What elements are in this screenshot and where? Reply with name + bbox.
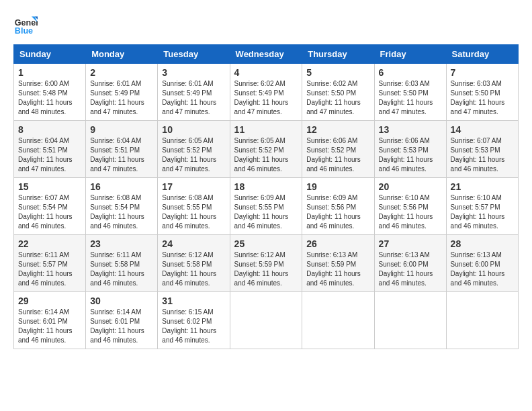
day-number: 12 bbox=[306, 124, 369, 135]
day-info: Sunrise: 6:10 AM Sunset: 5:56 PM Dayligh… bbox=[379, 193, 442, 231]
day-number: 15 bbox=[18, 181, 81, 192]
day-of-week-header: Tuesday bbox=[158, 45, 230, 64]
day-info: Sunrise: 6:09 AM Sunset: 5:56 PM Dayligh… bbox=[306, 193, 369, 231]
calendar-day-cell: 25Sunrise: 6:12 AM Sunset: 5:59 PM Dayli… bbox=[230, 235, 302, 292]
day-number: 14 bbox=[451, 124, 514, 135]
logo-icon: General Blue bbox=[13, 13, 38, 38]
day-of-week-header: Friday bbox=[374, 45, 446, 64]
svg-text:Blue: Blue bbox=[15, 26, 33, 36]
day-info: Sunrise: 6:02 AM Sunset: 5:50 PM Dayligh… bbox=[306, 79, 369, 117]
day-info: Sunrise: 6:05 AM Sunset: 5:52 PM Dayligh… bbox=[162, 136, 225, 174]
day-info: Sunrise: 6:10 AM Sunset: 5:57 PM Dayligh… bbox=[451, 193, 514, 231]
page-header: General Blue bbox=[13, 13, 519, 38]
calendar-day-cell: 27Sunrise: 6:13 AM Sunset: 6:00 PM Dayli… bbox=[374, 235, 446, 292]
calendar-day-cell: 22Sunrise: 6:11 AM Sunset: 5:57 PM Dayli… bbox=[14, 235, 86, 292]
day-info: Sunrise: 6:04 AM Sunset: 5:51 PM Dayligh… bbox=[18, 136, 81, 174]
day-info: Sunrise: 6:14 AM Sunset: 6:01 PM Dayligh… bbox=[90, 308, 153, 345]
day-info: Sunrise: 6:01 AM Sunset: 5:49 PM Dayligh… bbox=[90, 79, 153, 117]
calendar-day-cell: 9Sunrise: 6:04 AM Sunset: 5:51 PM Daylig… bbox=[86, 121, 158, 178]
day-info: Sunrise: 6:09 AM Sunset: 5:55 PM Dayligh… bbox=[234, 193, 298, 231]
calendar-day-cell: 5Sunrise: 6:02 AM Sunset: 5:50 PM Daylig… bbox=[302, 64, 374, 121]
day-number: 16 bbox=[90, 181, 153, 192]
calendar-day-cell: 2Sunrise: 6:01 AM Sunset: 5:49 PM Daylig… bbox=[86, 64, 158, 121]
calendar-day-cell: 26Sunrise: 6:13 AM Sunset: 5:59 PM Dayli… bbox=[302, 235, 374, 292]
calendar-day-cell: 21Sunrise: 6:10 AM Sunset: 5:57 PM Dayli… bbox=[446, 178, 518, 235]
calendar-day-cell: 14Sunrise: 6:07 AM Sunset: 5:53 PM Dayli… bbox=[446, 121, 518, 178]
calendar-day-cell: 12Sunrise: 6:06 AM Sunset: 5:52 PM Dayli… bbox=[302, 121, 374, 178]
calendar-day-cell: 23Sunrise: 6:11 AM Sunset: 5:58 PM Dayli… bbox=[86, 235, 158, 292]
day-number: 17 bbox=[162, 181, 225, 192]
day-info: Sunrise: 6:03 AM Sunset: 5:50 PM Dayligh… bbox=[451, 79, 514, 117]
day-info: Sunrise: 6:08 AM Sunset: 5:54 PM Dayligh… bbox=[90, 193, 153, 231]
calendar-day-cell: 24Sunrise: 6:12 AM Sunset: 5:58 PM Dayli… bbox=[158, 235, 230, 292]
calendar-week-row: 29Sunrise: 6:14 AM Sunset: 6:01 PM Dayli… bbox=[14, 292, 519, 349]
calendar-day-cell: 19Sunrise: 6:09 AM Sunset: 5:56 PM Dayli… bbox=[302, 178, 374, 235]
calendar-day-cell: 16Sunrise: 6:08 AM Sunset: 5:54 PM Dayli… bbox=[86, 178, 158, 235]
day-info: Sunrise: 6:11 AM Sunset: 5:57 PM Dayligh… bbox=[18, 250, 81, 288]
calendar-header-row: SundayMondayTuesdayWednesdayThursdayFrid… bbox=[14, 45, 519, 64]
day-info: Sunrise: 6:08 AM Sunset: 5:55 PM Dayligh… bbox=[162, 193, 225, 231]
day-number: 6 bbox=[379, 67, 442, 78]
calendar-day-cell bbox=[302, 292, 374, 349]
day-number: 10 bbox=[162, 124, 225, 135]
calendar-day-cell: 6Sunrise: 6:03 AM Sunset: 5:50 PM Daylig… bbox=[374, 64, 446, 121]
day-number: 21 bbox=[451, 181, 514, 192]
calendar-day-cell: 18Sunrise: 6:09 AM Sunset: 5:55 PM Dayli… bbox=[230, 178, 302, 235]
day-number: 26 bbox=[306, 238, 369, 249]
day-info: Sunrise: 6:07 AM Sunset: 5:53 PM Dayligh… bbox=[451, 136, 514, 174]
day-info: Sunrise: 6:03 AM Sunset: 5:50 PM Dayligh… bbox=[379, 79, 442, 117]
day-number: 25 bbox=[234, 238, 298, 249]
day-number: 24 bbox=[162, 238, 225, 249]
day-number: 11 bbox=[234, 124, 298, 135]
calendar-week-row: 22Sunrise: 6:11 AM Sunset: 5:57 PM Dayli… bbox=[14, 235, 519, 292]
day-info: Sunrise: 6:13 AM Sunset: 6:00 PM Dayligh… bbox=[451, 250, 514, 288]
day-number: 20 bbox=[379, 181, 442, 192]
day-info: Sunrise: 6:05 AM Sunset: 5:52 PM Dayligh… bbox=[234, 136, 298, 174]
day-number: 23 bbox=[90, 238, 153, 249]
day-info: Sunrise: 6:11 AM Sunset: 5:58 PM Dayligh… bbox=[90, 250, 153, 288]
day-number: 1 bbox=[18, 67, 81, 78]
calendar-day-cell: 3Sunrise: 6:01 AM Sunset: 5:49 PM Daylig… bbox=[158, 64, 230, 121]
calendar-day-cell: 4Sunrise: 6:02 AM Sunset: 5:49 PM Daylig… bbox=[230, 64, 302, 121]
calendar-day-cell: 7Sunrise: 6:03 AM Sunset: 5:50 PM Daylig… bbox=[446, 64, 518, 121]
calendar-day-cell: 28Sunrise: 6:13 AM Sunset: 6:00 PM Dayli… bbox=[446, 235, 518, 292]
calendar-day-cell: 30Sunrise: 6:14 AM Sunset: 6:01 PM Dayli… bbox=[86, 292, 158, 349]
day-of-week-header: Sunday bbox=[14, 45, 86, 64]
calendar-day-cell bbox=[374, 292, 446, 349]
day-info: Sunrise: 6:06 AM Sunset: 5:53 PM Dayligh… bbox=[379, 136, 442, 174]
day-info: Sunrise: 6:13 AM Sunset: 5:59 PM Dayligh… bbox=[306, 250, 369, 288]
day-number: 13 bbox=[379, 124, 442, 135]
day-number: 3 bbox=[162, 67, 225, 78]
day-info: Sunrise: 6:07 AM Sunset: 5:54 PM Dayligh… bbox=[18, 193, 81, 231]
calendar-day-cell: 29Sunrise: 6:14 AM Sunset: 6:01 PM Dayli… bbox=[14, 292, 86, 349]
day-number: 4 bbox=[234, 67, 298, 78]
day-info: Sunrise: 6:04 AM Sunset: 5:51 PM Dayligh… bbox=[90, 136, 153, 174]
calendar-day-cell: 17Sunrise: 6:08 AM Sunset: 5:55 PM Dayli… bbox=[158, 178, 230, 235]
calendar-day-cell: 13Sunrise: 6:06 AM Sunset: 5:53 PM Dayli… bbox=[374, 121, 446, 178]
logo: General Blue bbox=[13, 13, 27, 38]
day-number: 7 bbox=[451, 67, 514, 78]
day-number: 27 bbox=[379, 238, 442, 249]
calendar-week-row: 15Sunrise: 6:07 AM Sunset: 5:54 PM Dayli… bbox=[14, 178, 519, 235]
calendar-day-cell: 31Sunrise: 6:15 AM Sunset: 6:02 PM Dayli… bbox=[158, 292, 230, 349]
day-number: 30 bbox=[90, 295, 153, 306]
day-info: Sunrise: 6:06 AM Sunset: 5:52 PM Dayligh… bbox=[306, 136, 369, 174]
calendar-day-cell: 1Sunrise: 6:00 AM Sunset: 5:48 PM Daylig… bbox=[14, 64, 86, 121]
calendar-table: SundayMondayTuesdayWednesdayThursdayFrid… bbox=[13, 44, 519, 349]
day-info: Sunrise: 6:12 AM Sunset: 5:58 PM Dayligh… bbox=[162, 250, 225, 288]
day-number: 29 bbox=[18, 295, 81, 306]
day-number: 9 bbox=[90, 124, 153, 135]
day-number: 28 bbox=[451, 238, 514, 249]
day-of-week-header: Wednesday bbox=[230, 45, 302, 64]
day-of-week-header: Saturday bbox=[446, 45, 518, 64]
calendar-day-cell bbox=[446, 292, 518, 349]
day-info: Sunrise: 6:01 AM Sunset: 5:49 PM Dayligh… bbox=[162, 79, 225, 117]
day-of-week-header: Monday bbox=[86, 45, 158, 64]
day-info: Sunrise: 6:15 AM Sunset: 6:02 PM Dayligh… bbox=[162, 308, 225, 345]
day-number: 31 bbox=[162, 295, 225, 306]
day-of-week-header: Thursday bbox=[302, 45, 374, 64]
calendar-day-cell: 20Sunrise: 6:10 AM Sunset: 5:56 PM Dayli… bbox=[374, 178, 446, 235]
day-info: Sunrise: 6:13 AM Sunset: 6:00 PM Dayligh… bbox=[379, 250, 442, 288]
calendar-day-cell: 8Sunrise: 6:04 AM Sunset: 5:51 PM Daylig… bbox=[14, 121, 86, 178]
calendar-day-cell bbox=[230, 292, 302, 349]
